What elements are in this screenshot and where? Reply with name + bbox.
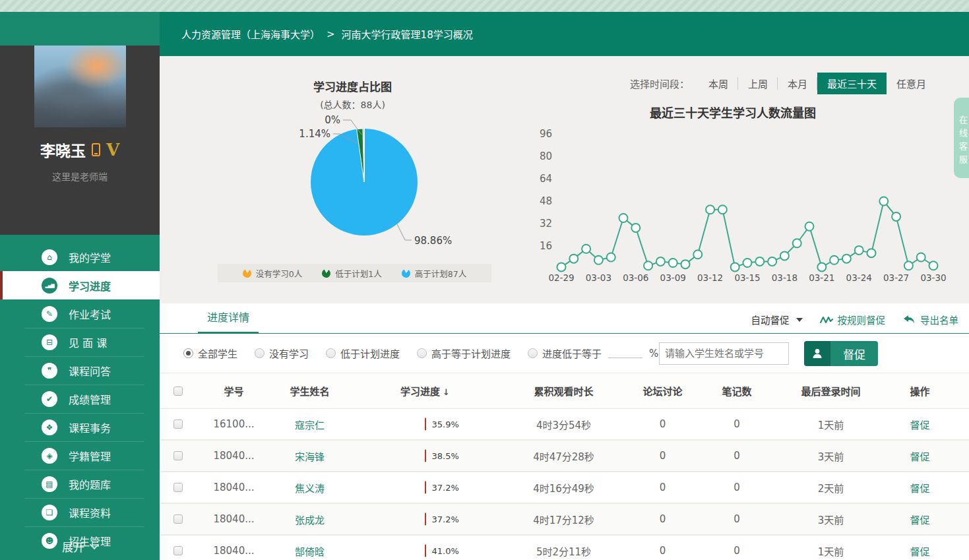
row-checkbox[interactable]: [173, 546, 183, 555]
radio-icon[interactable]: [326, 348, 336, 358]
time-option-0[interactable]: 本周: [699, 73, 738, 94]
tab-progress-detail[interactable]: 进度详情: [198, 309, 259, 334]
data-point-03-28[interactable]: [904, 261, 913, 270]
export-list-button[interactable]: 导出名单: [902, 313, 958, 327]
x-tick-label: 03-03: [586, 272, 611, 283]
sort-desc-icon[interactable]: ↓: [443, 387, 450, 397]
row-remind-link[interactable]: 督促: [910, 451, 929, 463]
svg-text:64: 64: [540, 173, 552, 185]
radio-icon[interactable]: [528, 348, 538, 358]
legend-item-0[interactable]: 没有学习0人: [243, 267, 302, 280]
data-point-03-30[interactable]: [929, 261, 938, 270]
data-point-03-18[interactable]: [780, 251, 789, 260]
data-point-03-24[interactable]: [855, 246, 863, 255]
auto-remind-dropdown[interactable]: 自动督促: [751, 313, 803, 327]
sidebar-item-6[interactable]: ❖课程事务: [0, 413, 160, 441]
sidebar-item-4[interactable]: ❞课程问答: [0, 356, 160, 385]
row-remind-link[interactable]: 督促: [910, 514, 929, 526]
filter-radio-1[interactable]: 没有学习: [255, 346, 309, 360]
sidebar-item-5[interactable]: ✔成绩管理: [0, 385, 160, 413]
x-tick-label: 03-06: [623, 272, 648, 283]
row-checkbox[interactable]: [173, 514, 183, 524]
pie-chart[interactable]: 0%1.14%98.86%: [173, 106, 532, 263]
student-name-link[interactable]: 宋海锋: [295, 451, 325, 463]
sidebar-item-8[interactable]: ▤我的题库: [0, 470, 160, 498]
data-point-03-14[interactable]: [731, 263, 739, 271]
data-point-03-12[interactable]: [706, 205, 714, 214]
filter-radio-2[interactable]: 低于计划进度: [326, 346, 400, 360]
data-point-03-19[interactable]: [793, 239, 801, 247]
rule-remind-button[interactable]: 按规则督促: [820, 313, 886, 327]
breadcrumb-course[interactable]: 人力资源管理（上海海事大学）: [181, 27, 320, 41]
row-remind-link[interactable]: 督促: [910, 483, 929, 495]
data-point-03-13[interactable]: [718, 205, 727, 214]
row-remind-link[interactable]: 督促: [910, 420, 929, 431]
pie-legend-icon: [321, 267, 332, 278]
table-header: 学号学生姓名学习进度↓累积观看时长论坛讨论笔记数最后登录时间操作: [160, 373, 969, 409]
sidebar-item-0[interactable]: ⌂我的学堂: [0, 243, 160, 271]
data-point-03-10[interactable]: [681, 260, 690, 268]
data-point-03-08[interactable]: [656, 257, 665, 266]
data-point-03-29[interactable]: [917, 253, 925, 262]
filter-radio-3[interactable]: 高于等于计划进度: [417, 346, 511, 360]
student-name-link[interactable]: 焦义涛: [295, 483, 325, 495]
filter-threshold[interactable]: 进度低于等于 %: [528, 346, 658, 360]
student-search-input[interactable]: [665, 348, 793, 359]
data-point-03-17[interactable]: [768, 257, 776, 266]
data-point-03-27[interactable]: [892, 212, 900, 221]
rule-remind-label: 按规则督促: [838, 313, 886, 327]
watch-time: 4时17分12秒: [503, 513, 625, 526]
legend-item-2[interactable]: 高于计划87人: [402, 267, 466, 280]
radio-icon[interactable]: [183, 348, 193, 358]
row-checkbox[interactable]: [173, 420, 183, 429]
data-point-03-06[interactable]: [631, 224, 640, 232]
sidebar-item-1[interactable]: ▂▄▆学习进度: [0, 271, 160, 299]
data-point-03-23[interactable]: [842, 255, 851, 263]
sidebar-item-label: 见 面 课: [69, 334, 107, 350]
progress-chart-icon: ▂▄▆: [42, 278, 57, 294]
threshold-input[interactable]: [608, 349, 642, 358]
data-point-03-20[interactable]: [805, 222, 814, 231]
data-point-03-21[interactable]: [817, 263, 826, 271]
data-point-03-15[interactable]: [743, 259, 752, 267]
data-point-03-26[interactable]: [879, 197, 888, 206]
data-point-03-09[interactable]: [669, 259, 677, 267]
student-name-link[interactable]: 寇宗仁: [295, 420, 325, 431]
time-option-2[interactable]: 本月: [778, 73, 817, 94]
row-remind-link[interactable]: 督促: [910, 546, 929, 558]
sidebar-item-7[interactable]: ◈学籍管理: [0, 441, 160, 470]
select-all-checkbox[interactable]: [173, 387, 183, 396]
student-name-link[interactable]: 张成龙: [295, 514, 325, 526]
data-point-03-04[interactable]: [607, 253, 615, 262]
sidebar-item-3[interactable]: ⊟见 面 课: [0, 328, 160, 356]
student-name-link[interactable]: 郜倚晗: [295, 546, 325, 558]
line-chart[interactable]: 16324864809602-2903-0303-0603-0903-1203-…: [532, 117, 968, 290]
column-header[interactable]: 学习进度↓: [348, 384, 503, 398]
radio-icon[interactable]: [417, 348, 427, 358]
legend-item-1[interactable]: 低于计划1人: [322, 267, 381, 280]
sidebar-item-label: 成绩管理: [69, 391, 111, 407]
row-checkbox[interactable]: [173, 451, 183, 460]
time-option-1[interactable]: 上周: [738, 73, 778, 94]
data-point-03-16[interactable]: [755, 257, 764, 266]
sidebar-expand-button[interactable]: 展开: [0, 532, 160, 560]
radio-icon[interactable]: [255, 348, 265, 358]
remind-button[interactable]: 督促: [804, 341, 878, 366]
data-point-03-02[interactable]: [582, 245, 590, 253]
data-point-03-25[interactable]: [867, 249, 876, 257]
data-point-03-01[interactable]: [569, 255, 578, 263]
data-point-03-07[interactable]: [644, 261, 652, 270]
sidebar-item-9[interactable]: ❏课程资料: [0, 498, 160, 526]
row-checkbox[interactable]: [173, 483, 183, 492]
avatar[interactable]: [34, 46, 126, 127]
filter-radio-0[interactable]: 全部学生: [183, 346, 237, 360]
data-point-03-22[interactable]: [830, 256, 838, 264]
time-option-4[interactable]: 任意月: [887, 73, 936, 94]
data-point-03-05[interactable]: [619, 214, 628, 222]
online-service-tab[interactable]: 在线客服: [954, 98, 969, 178]
time-option-3[interactable]: 最近三十天: [817, 73, 887, 94]
sidebar-item-2[interactable]: ✎作业考试: [0, 299, 160, 328]
data-point-02-29[interactable]: [557, 263, 566, 271]
data-point-03-03[interactable]: [594, 256, 603, 264]
data-point-03-11[interactable]: [693, 250, 702, 259]
